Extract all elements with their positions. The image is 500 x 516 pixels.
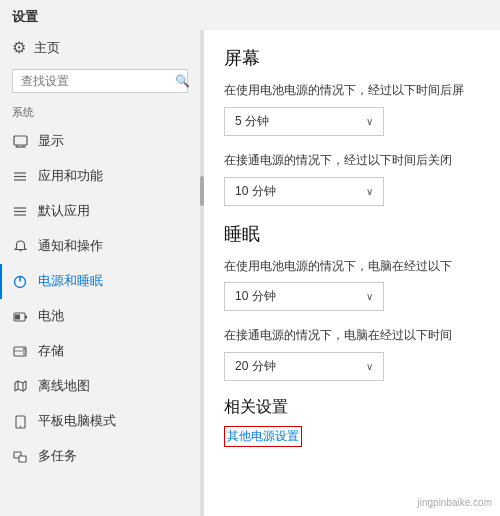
svg-rect-14	[25, 315, 27, 318]
svg-rect-0	[14, 136, 27, 145]
svg-rect-15	[15, 314, 20, 319]
sidebar-item-display[interactable]: 显示	[0, 124, 200, 159]
sidebar-item-power[interactable]: 电源和睡眠	[0, 264, 200, 299]
maps-icon	[12, 379, 28, 395]
svg-point-27	[19, 425, 21, 427]
sidebar-section-label: 系统	[0, 101, 200, 124]
sidebar: ⚙ 主页 🔍 系统 显示 应用和功能 默认应用	[0, 30, 200, 516]
sidebar-home[interactable]: ⚙ 主页	[0, 30, 200, 65]
sidebar-item-label: 电源和睡眠	[38, 273, 103, 290]
screen-dropdown1[interactable]: 5 分钟 ∨	[224, 107, 384, 136]
power-icon	[12, 274, 28, 290]
storage-icon	[12, 344, 28, 360]
power-settings-link-label: 其他电源设置	[227, 429, 299, 443]
related-section: 相关设置 其他电源设置	[224, 397, 480, 447]
sidebar-item-label: 离线地图	[38, 378, 90, 395]
sleep-dropdown1-row: 10 分钟 ∨	[224, 282, 480, 311]
svg-point-19	[23, 353, 25, 355]
sidebar-item-tablet[interactable]: 平板电脑模式	[0, 404, 200, 439]
default-apps-icon	[12, 204, 28, 220]
screen-dropdown2[interactable]: 10 分钟 ∨	[224, 177, 384, 206]
sidebar-item-offline-maps[interactable]: 离线地图	[0, 369, 200, 404]
sleep-desc1: 在使用电池电源的情况下，电脑在经过以下	[224, 258, 480, 275]
title-label: 设置	[12, 9, 38, 24]
sidebar-item-battery[interactable]: 电池	[0, 299, 200, 334]
sidebar-item-label: 多任务	[38, 448, 77, 465]
sleep-section: 睡眠 在使用电池电源的情况下，电脑在经过以下 10 分钟 ∨ 在接通电源的情况下…	[224, 222, 480, 382]
sidebar-item-label: 平板电脑模式	[38, 413, 116, 430]
sidebar-item-storage[interactable]: 存储	[0, 334, 200, 369]
chevron-down-icon3: ∨	[366, 291, 373, 302]
sidebar-item-default-apps[interactable]: 默认应用	[0, 194, 200, 229]
svg-point-18	[23, 348, 25, 350]
related-title: 相关设置	[224, 397, 480, 418]
screen-desc1: 在使用电池电源的情况下，经过以下时间后屏	[224, 82, 480, 99]
apps-icon	[12, 169, 28, 185]
sleep-dropdown2-row: 20 分钟 ∨	[224, 352, 480, 381]
sidebar-item-label: 默认应用	[38, 203, 90, 220]
display-icon	[12, 134, 28, 150]
search-icon: 🔍	[175, 74, 190, 88]
screen-title: 屏幕	[224, 46, 480, 70]
power-settings-link[interactable]: 其他电源设置	[224, 426, 302, 447]
sidebar-item-label: 存储	[38, 343, 64, 360]
sidebar-item-notifications[interactable]: 通知和操作	[0, 229, 200, 264]
chevron-down-icon4: ∨	[366, 361, 373, 372]
battery-icon	[12, 309, 28, 325]
home-gear-icon: ⚙	[12, 38, 26, 57]
sidebar-home-label: 主页	[34, 39, 60, 57]
content-area: 屏幕 在使用电池电源的情况下，经过以下时间后屏 5 分钟 ∨ 在接通电源的情况下…	[204, 30, 500, 516]
sleep-dropdown1-value: 10 分钟	[235, 288, 276, 305]
chevron-down-icon: ∨	[366, 116, 373, 127]
sidebar-item-label: 应用和功能	[38, 168, 103, 185]
sidebar-item-label: 通知和操作	[38, 238, 103, 255]
sleep-dropdown2-value: 20 分钟	[235, 358, 276, 375]
sleep-dropdown1[interactable]: 10 分钟 ∨	[224, 282, 384, 311]
sidebar-item-label: 显示	[38, 133, 64, 150]
screen-dropdown1-row: 5 分钟 ∨	[224, 107, 480, 136]
sleep-desc2: 在接通电源的情况下，电脑在经过以下时间	[224, 327, 480, 344]
tablet-icon	[12, 414, 28, 430]
search-box[interactable]: 🔍	[12, 69, 188, 93]
screen-section: 屏幕 在使用电池电源的情况下，经过以下时间后屏 5 分钟 ∨ 在接通电源的情况下…	[224, 46, 480, 206]
svg-rect-29	[19, 456, 26, 462]
sidebar-item-multitask[interactable]: 多任务	[0, 439, 200, 474]
title-bar: 设置	[0, 0, 500, 30]
notifications-icon	[12, 239, 28, 255]
sidebar-item-apps[interactable]: 应用和功能	[0, 159, 200, 194]
watermark: jingpinbaike.com	[418, 497, 493, 508]
multitask-icon	[12, 449, 28, 465]
search-input[interactable]	[21, 74, 171, 88]
chevron-down-icon2: ∨	[366, 186, 373, 197]
screen-dropdown1-value: 5 分钟	[235, 113, 269, 130]
screen-dropdown2-row: 10 分钟 ∨	[224, 177, 480, 206]
sleep-dropdown2[interactable]: 20 分钟 ∨	[224, 352, 384, 381]
sleep-title: 睡眠	[224, 222, 480, 246]
sidebar-item-label: 电池	[38, 308, 64, 325]
screen-desc2: 在接通电源的情况下，经过以下时间后关闭	[224, 152, 480, 169]
screen-dropdown2-value: 10 分钟	[235, 183, 276, 200]
